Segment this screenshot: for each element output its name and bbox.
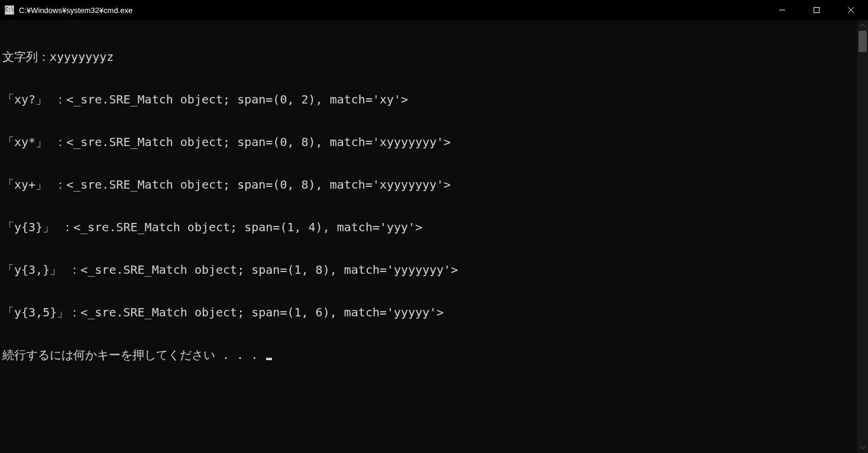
terminal-line: 文字列：xyyyyyyyz (2, 50, 855, 64)
terminal-line: 「xy?」 ：<_sre.SRE_Match object; span=(0, … (2, 92, 855, 106)
scroll-down-arrow-icon[interactable] (857, 442, 868, 453)
maximize-icon (813, 7, 820, 14)
svg-rect-1 (814, 8, 820, 13)
window-body: 文字列：xyyyyyyyz 「xy?」 ：<_sre.SRE_Match obj… (0, 20, 868, 453)
terminal-prompt-line: 続行するには何かキーを押してください . . . (2, 348, 855, 362)
terminal-line: 「xy+」 ：<_sre.SRE_Match object; span=(0, … (2, 177, 855, 192)
cmd-window: C:\ C:¥Windows¥system32¥cmd.exe (0, 0, 868, 453)
vertical-scrollbar[interactable] (857, 20, 868, 453)
close-icon (847, 7, 854, 14)
close-button[interactable] (834, 0, 868, 20)
minimize-button[interactable] (765, 0, 799, 20)
terminal-line: 「y{3,5}」：<_sre.SRE_Match object; span=(1… (2, 305, 855, 319)
scroll-up-arrow-icon[interactable] (857, 20, 868, 31)
terminal-prompt-text: 続行するには何かキーを押してください . . . (2, 348, 265, 362)
titlebar[interactable]: C:\ C:¥Windows¥system32¥cmd.exe (0, 0, 868, 20)
scroll-thumb[interactable] (859, 31, 867, 52)
terminal-line: 「y{3}」 ：<_sre.SRE_Match object; span=(1,… (2, 220, 855, 234)
window-title: C:¥Windows¥system32¥cmd.exe (19, 6, 132, 15)
terminal-line: 「y{3,}」 ：<_sre.SRE_Match object; span=(1… (2, 263, 855, 277)
terminal-line: 「xy*」 ：<_sre.SRE_Match object; span=(0, … (2, 135, 855, 149)
cmd-app-icon: C:\ (5, 5, 14, 15)
window-controls (765, 0, 868, 20)
minimize-icon (779, 7, 786, 14)
terminal-output[interactable]: 文字列：xyyyyyyyz 「xy?」 ：<_sre.SRE_Match obj… (0, 20, 857, 453)
maximize-button[interactable] (799, 0, 834, 20)
scroll-track[interactable] (857, 31, 868, 442)
terminal-cursor (266, 358, 272, 360)
